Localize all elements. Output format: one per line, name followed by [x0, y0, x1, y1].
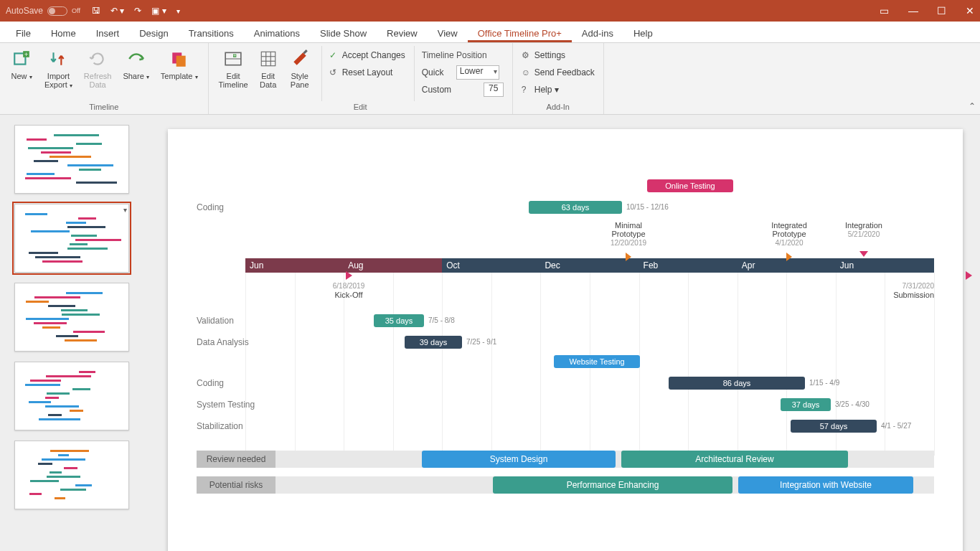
milestone-label: 6/18/2019Kick-Off [320, 281, 377, 299]
button-label: EditData [260, 72, 276, 89]
row-label: Coding [197, 378, 224, 388]
summary-bar[interactable]: Integration with Website [738, 476, 913, 494]
ribbon-display-icon[interactable]: ▭ [880, 5, 888, 17]
ribbon-group-timeline: +New ▾ImportExport ▾RefreshDataShare ▾Te… [0, 43, 209, 114]
edit-timeline-button[interactable]: +EditTimeline [215, 46, 253, 101]
menu-file[interactable]: File [6, 24, 41, 42]
axis-month: Dec [540, 258, 639, 273]
task-dates: 10/15 - 12/16 [626, 203, 669, 211]
svg-text:+: + [24, 50, 29, 58]
slide-thumbnail-1[interactable] [14, 125, 129, 194]
custom-label: Custom [422, 85, 453, 95]
import-export-button[interactable]: ImportExport ▾ [40, 46, 77, 101]
collapse-ribbon-icon[interactable]: ⌃ [969, 101, 976, 111]
row-label: Help ▾ [534, 85, 559, 95]
custom-position-input[interactable]: 75 [484, 83, 504, 97]
ribbon-group-label: Timeline [6, 101, 202, 114]
import-export-icon [47, 47, 70, 70]
button-label: ImportExport ▾ [44, 72, 72, 90]
task-bar[interactable]: 39 days [405, 336, 462, 349]
row-icon: ✓ [329, 50, 339, 60]
timeline-position-panel: Timeline Position Quick Lower Custom 75 [414, 46, 507, 101]
menu-design[interactable]: Design [129, 24, 178, 42]
menu-animations[interactable]: Animations [244, 24, 310, 42]
ribbon-group-addin: ⚙Settings☺Send Feedback?Help ▾ Add-In [513, 43, 604, 114]
task-dates: 1/15 - 4/9 [809, 379, 839, 387]
template-icon [168, 47, 191, 70]
menu-view[interactable]: View [428, 24, 468, 42]
milestone-marker-icon [626, 253, 634, 261]
qat-more-icon[interactable]: ▾ [176, 6, 180, 16]
present-icon[interactable]: ▣ ▾ [151, 6, 166, 16]
milestone-marker-icon [859, 251, 868, 257]
maximize-icon[interactable]: ☐ [937, 5, 946, 17]
menu-add-ins[interactable]: Add-ins [572, 24, 623, 42]
menu-office-timeline-pro-[interactable]: Office Timeline Pro+ [468, 24, 572, 42]
quick-access-toolbar: 🖫 ↶ ▾ ↷ ▣ ▾ ▾ [92, 6, 180, 16]
slide-thumbnail-3[interactable] [14, 283, 129, 352]
row-label: Reset Layout [342, 67, 393, 77]
edit-data-icon [257, 47, 280, 70]
edit-data-button[interactable]: EditData [253, 46, 284, 101]
menu-review[interactable]: Review [377, 24, 428, 42]
task-dates: 3/25 - 4/30 [835, 400, 870, 408]
summary-label: Potential risks [197, 476, 275, 494]
slide-thumbnail-4[interactable] [14, 362, 129, 430]
menu-help[interactable]: Help [623, 24, 663, 42]
ribbon: +New ▾ImportExport ▾RefreshDataShare ▾Te… [0, 43, 980, 115]
settings-button[interactable]: ⚙Settings [522, 47, 595, 63]
task-bar[interactable]: 35 days [374, 314, 424, 327]
row-label: Send Feedback [534, 67, 595, 77]
reset-layout-button[interactable]: ↺Reset Layout [329, 65, 405, 80]
button-label: EditTimeline [219, 72, 248, 89]
task-bar[interactable]: 37 days [781, 398, 831, 411]
button-label: StylePane [291, 72, 309, 89]
task-bar[interactable]: Website Testing [554, 355, 640, 368]
edit-timeline-icon: + [222, 47, 245, 70]
slide-thumbnail-5[interactable] [14, 441, 129, 509]
menu-transitions[interactable]: Transitions [179, 24, 244, 42]
autosave-toggle-icon[interactable] [47, 6, 67, 16]
row-label: System Testing [197, 400, 255, 410]
menu-insert[interactable]: Insert [86, 24, 130, 42]
autosave-control[interactable]: AutoSave Off [6, 6, 80, 16]
slide-canvas[interactable]: JunAugOctDecFebAprJun Coding63 days10/15… [168, 129, 963, 551]
task-bar[interactable]: 63 days [529, 201, 622, 214]
new-button[interactable]: +New ▾ [6, 46, 37, 101]
row-icon: ☺ [522, 67, 532, 77]
style-pane-button[interactable]: StylePane [284, 46, 316, 101]
menu-home[interactable]: Home [41, 24, 86, 42]
undo-icon[interactable]: ↶ ▾ [110, 6, 124, 16]
slide-editor[interactable]: JunAugOctDecFebAprJun Coding63 days10/15… [151, 115, 980, 551]
redo-icon[interactable]: ↷ [134, 6, 141, 16]
close-icon[interactable]: ✕ [966, 5, 974, 17]
row-label: Data Analysis [197, 337, 249, 347]
summary-bar[interactable]: Architectural Review [621, 451, 848, 468]
quick-position-select[interactable]: Lower [456, 65, 499, 80]
send-feedback-button[interactable]: ☺Send Feedback [522, 65, 595, 80]
milestone-marker-icon [966, 271, 972, 280]
task-bar[interactable]: 86 days [669, 377, 805, 390]
window-controls: ▭ ― ☐ ✕ [880, 5, 974, 17]
menu-slide-show[interactable]: Slide Show [310, 24, 377, 42]
slide-thumbnail-2[interactable] [14, 204, 129, 273]
quick-label: Quick [422, 67, 453, 77]
task-bar[interactable]: Online Testing [647, 179, 733, 192]
summary-bar[interactable]: Performance Enhancing [493, 476, 732, 494]
minimize-icon[interactable]: ― [908, 5, 917, 17]
row-label: Accept Changes [342, 50, 405, 60]
share-button[interactable]: Share ▾ [118, 46, 153, 101]
task-dates: 7/5 - 8/8 [428, 316, 455, 324]
task-bar[interactable]: 57 days [791, 420, 877, 433]
button-label: Template ▾ [161, 72, 198, 82]
milestone-marker-icon [346, 271, 352, 280]
milestone-label: MinimalPrototype12/20/2019 [600, 221, 657, 248]
template-button[interactable]: Template ▾ [156, 46, 202, 101]
help-button[interactable]: ?Help ▾ [522, 82, 595, 98]
save-icon[interactable]: 🖫 [92, 6, 100, 16]
slide-thumbnails[interactable] [0, 115, 151, 551]
accept-changes-button[interactable]: ✓Accept Changes [329, 47, 405, 63]
refresh-data-icon [86, 47, 109, 70]
axis-month: Jun [245, 258, 344, 273]
summary-bar[interactable]: System Design [422, 451, 616, 468]
